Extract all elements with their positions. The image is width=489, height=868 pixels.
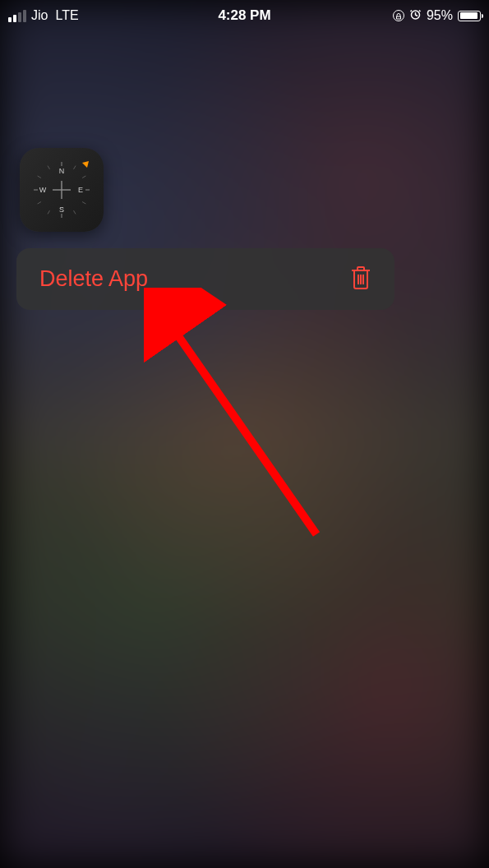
- svg-line-12: [48, 166, 50, 169]
- orientation-lock-icon: [393, 10, 404, 21]
- carrier-label: Jio: [31, 8, 48, 23]
- svg-line-7: [82, 202, 85, 205]
- svg-line-8: [74, 210, 76, 214]
- signal-strength-icon: [8, 10, 26, 22]
- svg-marker-19: [82, 161, 89, 168]
- svg-text:S: S: [59, 205, 64, 214]
- compass-app-icon[interactable]: N S E W: [20, 148, 104, 232]
- battery-icon: [458, 11, 481, 21]
- alarm-icon: [409, 8, 422, 23]
- svg-line-6: [82, 176, 85, 178]
- context-menu: Delete App: [16, 248, 394, 310]
- battery-percentage: 95%: [427, 8, 453, 23]
- clock-time: 4:28 PM: [218, 7, 270, 24]
- compass-icon: N S E W: [30, 158, 94, 222]
- svg-line-5: [74, 166, 76, 169]
- trash-icon[interactable]: [350, 265, 371, 293]
- status-bar: Jio LTE 4:28 PM 95%: [0, 0, 489, 31]
- svg-line-11: [38, 176, 41, 178]
- svg-line-9: [48, 210, 50, 214]
- status-right: 95%: [393, 8, 481, 23]
- svg-text:E: E: [78, 186, 83, 194]
- svg-line-10: [38, 202, 41, 205]
- blurred-home-background: [0, 0, 489, 868]
- svg-text:W: W: [39, 186, 47, 194]
- svg-text:N: N: [59, 167, 65, 175]
- delete-app-button[interactable]: Delete App: [39, 266, 148, 292]
- network-type-label: LTE: [55, 8, 78, 23]
- status-left: Jio LTE: [8, 8, 79, 23]
